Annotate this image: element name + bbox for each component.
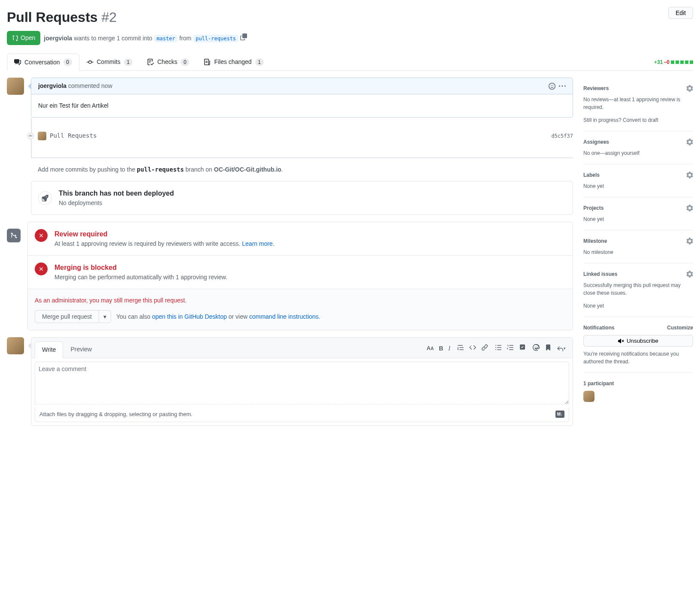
reviewers-text: No reviews—at least 1 approving review i… (583, 96, 693, 111)
gear-icon[interactable] (686, 238, 693, 245)
merge-status-box: Review required At least 1 approving rev… (27, 222, 573, 330)
reviewers-header[interactable]: Reviewers (583, 85, 609, 92)
gear-icon[interactable] (686, 139, 693, 145)
list-ordered-icon[interactable] (507, 344, 514, 351)
merging-blocked-text: Merging can be performed automatically w… (54, 273, 227, 282)
heading-icon[interactable]: AA (427, 344, 434, 353)
deploy-title: This branch has not been deployed (59, 188, 174, 199)
assignees-header[interactable]: Assignees (583, 138, 609, 146)
mute-icon (618, 338, 624, 344)
author-link[interactable]: joergviola (44, 35, 72, 42)
bold-icon[interactable]: B (439, 344, 443, 353)
smiley-icon[interactable] (549, 83, 555, 90)
projects-text: None yet (583, 215, 693, 223)
labels-header[interactable]: Labels (583, 171, 600, 179)
labels-text: None yet (583, 182, 693, 190)
merge-hint: You can also open this in GitHub Desktop… (116, 312, 320, 321)
linked-issues-header[interactable]: Linked issues (583, 270, 617, 278)
list-unordered-icon[interactable] (495, 344, 502, 351)
file-diff-icon (204, 59, 211, 66)
review-required-text: At least 1 approving review is required … (54, 239, 275, 248)
linked-issues-desc: Successfully merging this pull request m… (583, 281, 693, 297)
commit-message-link[interactable]: Pull Requests (50, 131, 548, 140)
notifications-header: Notifications (583, 324, 615, 332)
x-circle-icon (35, 229, 48, 242)
avatar[interactable] (7, 337, 24, 354)
git-commit-icon (87, 59, 94, 66)
pr-number: #2 (102, 9, 117, 25)
assignees-text: No one—assign yourself (583, 149, 693, 157)
comment-timestamp: commented now (68, 82, 112, 89)
pr-tabnav: Conversation 0 Commits 1 Checks 0 Files … (7, 54, 693, 71)
assign-yourself-link[interactable]: assign yourself (605, 150, 640, 156)
bookmark-icon[interactable] (545, 344, 552, 351)
pr-meta-line: joergviola wants to merge 1 commit into … (44, 33, 247, 43)
tab-conversation[interactable]: Conversation 0 (7, 54, 79, 71)
tasklist-icon[interactable] (519, 344, 526, 351)
deployment-status-box: This branch has not been deployed No dep… (31, 181, 573, 215)
timeline-commit-item: Pull Requests d5c5f37 (38, 124, 573, 147)
markdown-badge[interactable]: M↓ (555, 411, 564, 418)
customize-link[interactable]: Customize (667, 324, 693, 332)
review-required-title: Review required (54, 229, 275, 239)
opening-comment: joergviola commented now Nur ein Test fü… (31, 78, 573, 118)
merge-options-dropdown[interactable]: ▾ (99, 310, 111, 323)
milestone-text: No milestone (583, 248, 693, 256)
preview-tab[interactable]: Preview (63, 341, 99, 358)
rocket-icon (42, 195, 48, 202)
convert-to-draft: Still in progress? Convert to draft (583, 116, 693, 124)
checklist-icon (147, 59, 154, 66)
base-branch-label[interactable]: master (154, 35, 178, 42)
notifications-reason: You're receiving notifications because y… (583, 350, 693, 365)
reply-icon[interactable]: ▾ (557, 344, 566, 353)
gear-icon[interactable] (686, 205, 693, 211)
state-badge-open: Open (7, 31, 40, 45)
gear-icon[interactable] (686, 85, 693, 92)
markdown-toolbar: AA B I (423, 342, 569, 356)
push-hint: Add more commits by pushing to the pull-… (31, 165, 573, 181)
projects-header[interactable]: Projects (583, 204, 603, 212)
command-line-link[interactable]: command line instructions (249, 313, 319, 320)
compare-branch-label[interactable]: pull-requests (193, 35, 238, 42)
gear-icon[interactable] (686, 172, 693, 178)
git-merge-icon (7, 229, 21, 242)
avatar[interactable] (7, 78, 24, 95)
tab-checks[interactable]: Checks 0 (140, 54, 197, 70)
attach-hint[interactable]: Attach files by dragging & dropping, sel… (35, 407, 569, 422)
convert-to-draft-link[interactable]: Convert to draft (623, 117, 658, 123)
italic-icon[interactable]: I (448, 344, 450, 353)
tab-commits[interactable]: Commits 1 (79, 54, 140, 70)
mention-icon[interactable] (533, 344, 540, 351)
link-icon[interactable] (481, 344, 488, 351)
unsubscribe-button[interactable]: Unsubscribe (583, 335, 693, 347)
write-tab[interactable]: Write (35, 341, 63, 358)
merging-blocked-title: Merging is blocked (54, 263, 227, 273)
kebab-icon[interactable] (559, 83, 566, 90)
gear-icon[interactable] (686, 271, 693, 278)
diffstat: +31 −0 (654, 58, 693, 66)
avatar[interactable] (38, 132, 46, 140)
new-comment-form: Write Preview AA B I (31, 337, 573, 426)
comment-author-link[interactable]: joergviola (38, 82, 66, 89)
git-pull-request-icon (12, 35, 19, 42)
edit-button[interactable]: Edit (668, 7, 693, 19)
tab-files-changed[interactable]: Files changed 1 (196, 54, 271, 70)
copy-branch-icon[interactable] (240, 35, 247, 42)
linked-issues-text: None yet (583, 302, 693, 310)
open-in-desktop-link[interactable]: open this in GitHub Desktop (152, 313, 227, 320)
code-icon[interactable] (469, 344, 476, 351)
comment-body: Nur ein Test für den Artikel (31, 94, 573, 117)
learn-more-link[interactable]: Learn more (242, 240, 273, 247)
x-circle-icon (35, 263, 48, 275)
participants-header: 1 participant (583, 380, 614, 387)
quote-icon[interactable] (457, 344, 464, 351)
comment-discussion-icon (14, 59, 21, 66)
admin-merge-warning: As an administrator, you may still merge… (35, 296, 566, 305)
milestone-header[interactable]: Milestone (583, 237, 607, 245)
merge-pull-request-button[interactable]: Merge pull request (35, 310, 99, 323)
git-commit-icon (28, 134, 33, 138)
commit-sha-link[interactable]: d5c5f37 (551, 132, 573, 140)
comment-textarea[interactable] (35, 362, 569, 405)
deploy-subtitle: No deployments (59, 199, 174, 208)
participant-avatar[interactable] (583, 391, 594, 402)
